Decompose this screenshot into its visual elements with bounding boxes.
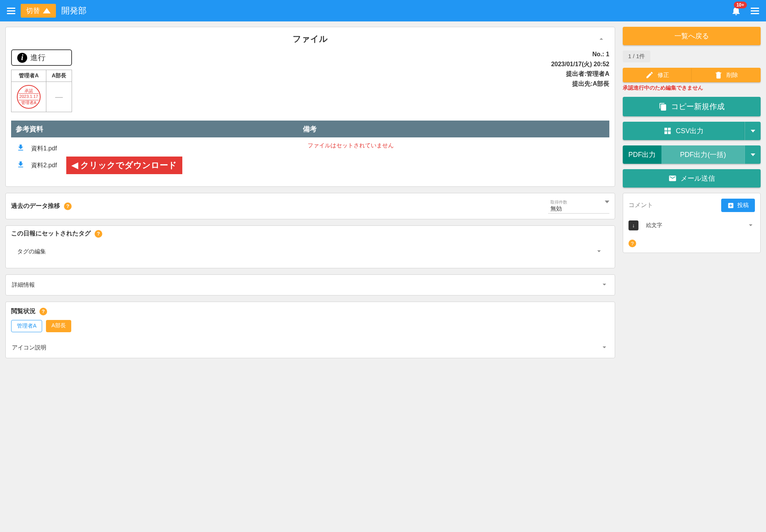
trash-icon [714,71,723,79]
status-chip: i 進行 [11,49,72,66]
detail-title: 詳細情報 [12,281,35,289]
info-icon: i [17,53,27,63]
mail-send-button[interactable]: メール送信 [623,169,761,188]
file-name[interactable]: 資料1.pdf [31,145,57,153]
pdf-export-button[interactable]: PDF出力 [623,145,661,164]
chevron-down-icon [751,153,755,156]
csv-export-button[interactable]: CSV出力 [623,122,745,140]
comment-card: コメント 投稿 絵文字 ? [623,193,761,253]
history-section: 過去のデータ推移 ? 取得件数 無効 [5,193,615,219]
approver-1-name: 管理者A [11,70,46,82]
download-callout: ◀ クリックでダウンロード [66,157,182,174]
no-file-message: ファイルはセットされていません [304,142,604,149]
file-title: ファイル [11,33,609,45]
csv-dropdown[interactable] [745,122,761,140]
menu-icon-right[interactable] [748,5,761,16]
chevron-down-icon [751,130,755,132]
detail-row[interactable]: 詳細情報 [6,275,615,295]
file-meta: No.: 1 2023/01/17(火) 20:52 提出者:管理者A 提出先:… [551,49,609,88]
icon-desc-row[interactable]: アイコン説明 [6,338,615,358]
chevron-down-icon [746,221,755,230]
file-row: 資料1.pdf [16,142,293,155]
icon-desc-label: アイコン説明 [12,344,46,351]
meta-no: No.: 1 [551,49,609,59]
file-name[interactable]: 資料2.pdf [31,162,57,170]
comment-title: コメント [629,201,653,209]
help-icon[interactable]: ? [39,308,47,315]
collapse-icon[interactable] [597,35,606,44]
tags-title: この日報にセットされたタグ [11,230,91,238]
pdf-dropdown[interactable] [745,145,761,164]
file-card: ファイル i 進行 管理者A A部長 [5,27,615,187]
triangle-up-icon [43,8,51,13]
grid-icon [663,127,672,135]
chevron-down-icon [600,343,609,352]
edit-warning: 承認進行中のため編集できません [623,85,761,91]
switch-label: 切替 [26,6,40,15]
edit-button[interactable]: 修正 [623,68,692,82]
chevron-down-icon [600,280,609,290]
switch-button[interactable]: 切替 [21,4,56,18]
status-label: 進行 [30,52,46,63]
delete-button[interactable]: 削除 [692,68,761,82]
emoji-label: 絵文字 [646,222,662,229]
plus-box-icon [727,202,734,209]
reference-table: 参考資料 備考 資料1.pdf [11,121,609,180]
history-title: 過去のデータ推移 [11,202,60,210]
notification-bell[interactable]: 10+ [731,5,741,16]
fetch-label: 取得件数 [550,199,602,205]
emoji-icon [629,220,638,230]
back-to-list-button[interactable]: 一覧へ戻る [623,27,761,45]
detail-section: 詳細情報 [5,274,615,295]
menu-icon-left[interactable] [5,5,18,16]
tag-edit-row[interactable]: タグの編集 [11,242,609,262]
help-icon[interactable]: ? [95,230,102,238]
fetch-count-select[interactable]: 取得件数 無効 [548,199,609,214]
pending-dash: — [55,93,63,101]
department-name: 開発部 [61,5,87,16]
notification-badge: 10+ [734,2,747,8]
mail-icon [668,174,677,183]
viewer-badge-outline[interactable]: 管理者A [11,320,42,332]
post-comment-button[interactable]: 投稿 [721,199,755,212]
col-reference: 参考資料 [11,121,298,137]
pdf-row: PDF出力 PDF出力(一括) [623,145,761,164]
arrow-left-icon: ◀ [72,160,78,170]
approver-2-name: A部長 [46,70,72,82]
meta-datetime: 2023/01/17(火) 20:52 [551,59,609,69]
download-icon[interactable] [16,160,25,170]
file-row: 資料2.pdf ◀ クリックでダウンロード [16,155,293,176]
fetch-value: 無効 [550,205,602,212]
copy-new-button[interactable]: コピー新規作成 [623,97,761,116]
approval-stamp: 承認 2023.1.17 管理者A [17,85,41,109]
download-icon[interactable] [16,144,25,153]
emoji-row[interactable]: 絵文字 [629,220,755,230]
tag-edit-label: タグの編集 [17,248,46,255]
approval-table: 管理者A A部長 承認 2023.1.17 管理者A — [11,70,72,112]
copy-icon [659,103,667,111]
help-icon[interactable]: ? [629,240,636,247]
page-indicator: 1 / 1件 [623,51,650,62]
tags-section: この日報にセットされたタグ ? タグの編集 [5,225,615,268]
pencil-icon [645,71,654,79]
chevron-down-icon [595,247,603,256]
chevron-down-icon [605,203,609,209]
viewer-badge-fill[interactable]: A部長 [46,320,71,332]
pdf-batch-button[interactable]: PDF出力(一括) [661,145,745,164]
view-status-section: 閲覧状況 ? 管理者A A部長 アイコン説明 [5,302,615,358]
topbar: 切替 開発部 10+ [0,0,766,21]
col-note: 備考 [298,121,609,137]
meta-destination: 提出先:A部長 [551,79,609,89]
help-icon[interactable]: ? [64,202,72,210]
meta-submitter: 提出者:管理者A [551,69,609,79]
view-title: 閲覧状況 [11,307,36,315]
